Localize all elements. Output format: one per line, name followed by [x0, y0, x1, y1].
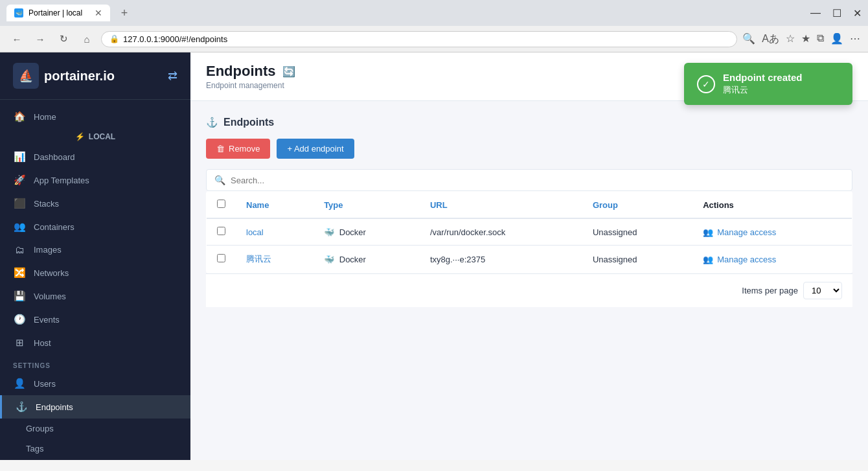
- users-icon: 👤: [13, 378, 26, 389]
- home-button[interactable]: ⌂: [78, 30, 96, 48]
- actions-column-header: Actions: [692, 192, 852, 219]
- local-section-badge: ⚡ LOCAL: [0, 128, 190, 145]
- sidebar-nav: 🏠 Home ⚡ LOCAL 📊 Dashboard 🚀 App Templat…: [0, 100, 190, 460]
- app-templates-icon: 🚀: [13, 174, 26, 186]
- logo-text: portainer.io: [44, 69, 115, 84]
- toast-check-icon: ✓: [697, 75, 715, 93]
- manage-access-button[interactable]: 👥 Manage access: [703, 255, 776, 264]
- remove-button-label: Remove: [229, 144, 260, 154]
- sidebar-item-events[interactable]: 🕐 Events: [0, 308, 190, 331]
- endpoints-table: Name Type URL Group Actions local: [206, 191, 852, 273]
- sidebar-item-users-label: Users: [34, 379, 56, 389]
- endpoints-icon: ⚓: [15, 401, 28, 413]
- type-column-header[interactable]: Type: [314, 192, 420, 219]
- endpoint-name-link[interactable]: local: [246, 227, 264, 237]
- name-column-header[interactable]: Name: [236, 192, 314, 219]
- address-text: 127.0.0.1:9000/#!/endpoints: [123, 34, 227, 44]
- toast-subtitle: 腾讯云: [723, 84, 803, 96]
- sidebar-item-networks-label: Networks: [34, 268, 69, 278]
- row-checkbox[interactable]: [217, 254, 225, 262]
- sidebar-item-users[interactable]: 👤 Users: [0, 372, 190, 395]
- url-column-header[interactable]: URL: [420, 192, 582, 219]
- sidebar-item-stacks-label: Stacks: [34, 199, 59, 209]
- section-title: ⚓ Endpoints: [206, 117, 852, 128]
- containers-icon: 👥: [13, 221, 26, 233]
- select-all-checkbox[interactable]: [217, 200, 225, 208]
- maximize-button[interactable]: ☐: [832, 7, 841, 19]
- sidebar-item-home[interactable]: 🏠 Home: [0, 105, 190, 128]
- new-tab-button[interactable]: +: [115, 4, 133, 22]
- sidebar-item-containers-label: Containers: [34, 222, 74, 232]
- page-title-row: Endpoints 🔄: [206, 63, 295, 80]
- profile-icon[interactable]: 👤: [830, 32, 843, 46]
- sidebar-item-images[interactable]: 🗂 Images: [0, 238, 190, 261]
- items-per-page-select[interactable]: 10 25 50 100: [803, 282, 842, 299]
- docker-whale-icon: 🐳: [324, 227, 334, 237]
- sidebar-item-containers[interactable]: 👥 Containers: [0, 215, 190, 238]
- sidebar-logo: ⛵ portainer.io ⇄: [0, 52, 190, 100]
- sidebar-item-stacks[interactable]: ⬛ Stacks: [0, 192, 190, 215]
- sidebar-item-volumes-label: Volumes: [34, 292, 66, 301]
- networks-icon: 🔀: [13, 267, 26, 279]
- sidebar-item-registries[interactable]: 📦 Registries: [0, 459, 190, 460]
- forward-button[interactable]: →: [31, 30, 49, 48]
- remove-trash-icon: 🗑: [216, 144, 225, 154]
- local-label: LOCAL: [89, 132, 115, 141]
- lock-icon: 🔒: [109, 34, 119, 43]
- sidebar-item-images-label: Images: [34, 245, 62, 255]
- sidebar-item-volumes[interactable]: 💾 Volumes: [0, 284, 190, 308]
- page-body: ⚓ Endpoints 🗑 Remove + Add endpoint 🔍: [190, 101, 868, 323]
- section-title-text: Endpoints: [223, 117, 274, 128]
- page-title: Endpoints: [206, 63, 276, 80]
- sidebar-item-dashboard[interactable]: 📊 Dashboard: [0, 145, 190, 168]
- search-nav-icon[interactable]: 🔍: [742, 32, 755, 46]
- add-endpoint-button[interactable]: + Add endpoint: [277, 139, 354, 159]
- endpoint-actions-cell: 👥 Manage access: [692, 218, 852, 246]
- sidebar-item-endpoints-label: Endpoints: [36, 402, 73, 412]
- home-icon: 🏠: [13, 111, 26, 122]
- sidebar-toggle-button[interactable]: ⇄: [168, 69, 177, 83]
- favorites-icon[interactable]: ☆: [786, 32, 795, 46]
- sidebar-item-app-templates[interactable]: 🚀 App Templates: [0, 168, 190, 192]
- tab-close-button[interactable]: ✕: [95, 8, 102, 18]
- endpoint-name-link[interactable]: 腾讯云: [246, 254, 271, 264]
- sidebar-item-home-label: Home: [34, 112, 56, 122]
- remove-button[interactable]: 🗑 Remove: [206, 139, 270, 159]
- reload-button[interactable]: ↻: [54, 30, 73, 48]
- row-checkbox-cell: [207, 218, 236, 246]
- address-bar[interactable]: 🔒 127.0.0.1:9000/#!/endpoints: [101, 31, 737, 47]
- sidebar-item-endpoints[interactable]: ⚓ Endpoints: [0, 395, 190, 419]
- page-subtitle: Endpoint management: [206, 81, 295, 90]
- refresh-icon[interactable]: 🔄: [282, 65, 295, 78]
- split-view-icon[interactable]: ⧉: [817, 32, 824, 46]
- sidebar-item-host[interactable]: ⊞ Host: [0, 331, 190, 354]
- search-input[interactable]: [231, 176, 360, 185]
- close-button[interactable]: ✕: [853, 7, 862, 19]
- local-icon: ⚡: [75, 132, 85, 141]
- minimize-button[interactable]: —: [810, 7, 821, 19]
- back-button[interactable]: ←: [8, 30, 26, 48]
- translate-icon[interactable]: Aあ: [762, 32, 779, 46]
- endpoints-toolbar: 🗑 Remove + Add endpoint: [206, 139, 852, 159]
- tab-favicon: 🐳: [14, 8, 23, 17]
- manage-access-button[interactable]: 👥 Manage access: [703, 227, 776, 237]
- sidebar-item-networks[interactable]: 🔀 Networks: [0, 261, 190, 284]
- table-header-row: Name Type URL Group Actions: [207, 192, 852, 219]
- endpoint-group-cell: Unassigned: [582, 218, 692, 246]
- endpoint-url-cell: /var/run/docker.sock: [420, 218, 582, 246]
- row-checkbox[interactable]: [217, 227, 225, 235]
- nav-actions: 🔍 Aあ ☆ ★ ⧉ 👤 ⋯: [742, 32, 860, 46]
- browser-tab[interactable]: 🐳 Portainer | local ✕: [6, 5, 110, 21]
- sidebar-item-events-label: Events: [34, 315, 60, 325]
- toast-title: Endpoint created: [723, 72, 803, 83]
- group-column-header[interactable]: Group: [582, 192, 692, 219]
- sidebar-item-groups[interactable]: Groups: [0, 419, 190, 439]
- row-checkbox-cell: [207, 246, 236, 273]
- endpoint-type-cell: 🐳 Docker: [314, 246, 420, 273]
- volumes-icon: 💾: [13, 290, 26, 302]
- collections-icon[interactable]: ★: [801, 32, 810, 46]
- sidebar-item-dashboard-label: Dashboard: [34, 152, 75, 162]
- menu-icon[interactable]: ⋯: [850, 32, 860, 46]
- sidebar-item-tags[interactable]: Tags: [0, 439, 190, 459]
- endpoint-type-cell: 🐳 Docker: [314, 218, 420, 246]
